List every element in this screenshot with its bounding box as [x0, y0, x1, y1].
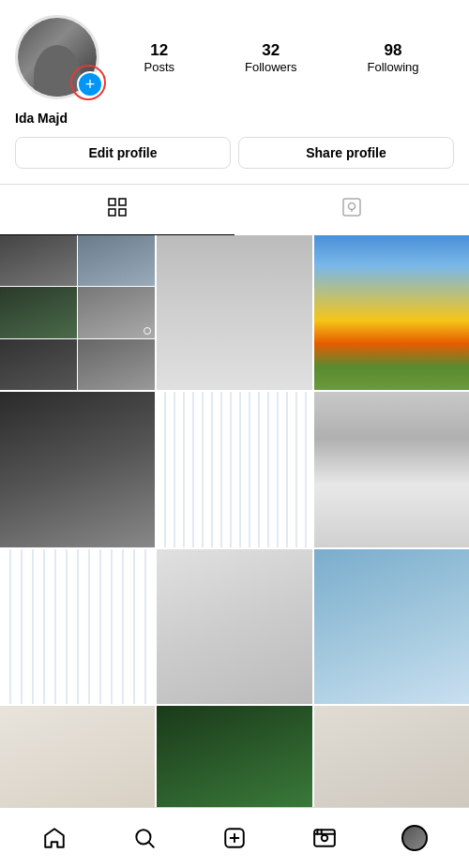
posts-count: 12 — [150, 41, 168, 60]
grid-cell-5[interactable] — [157, 392, 311, 546]
followers-count: 32 — [262, 41, 280, 60]
create-icon — [222, 826, 247, 850]
nav-search[interactable] — [124, 817, 165, 859]
svg-point-5 — [349, 203, 356, 210]
add-story-button[interactable]: + — [77, 71, 103, 97]
profile-header: + 12 Posts 32 Followers 98 Following — [0, 0, 469, 107]
nav-home[interactable] — [34, 817, 75, 859]
avatar-wrap: + — [15, 15, 99, 99]
grid-sub-1 — [0, 235, 77, 286]
grid-sub-2 — [78, 235, 155, 286]
grid-sub-4 — [78, 287, 155, 337]
stat-followers[interactable]: 32 Followers — [245, 41, 297, 74]
tab-grid[interactable] — [0, 185, 234, 235]
photo-grid — [0, 235, 469, 809]
grid-cell-3[interactable] — [314, 235, 469, 390]
nav-create[interactable] — [214, 817, 255, 859]
nav-reels[interactable] — [304, 817, 345, 859]
profile-stats: 12 Posts 32 Followers 98 Following — [99, 41, 454, 74]
grid-cell-2[interactable] — [157, 235, 311, 390]
followers-label: Followers — [245, 60, 297, 74]
bottom-nav — [0, 807, 469, 868]
grid-sub-3 — [0, 287, 77, 337]
home-icon — [42, 826, 67, 850]
edit-profile-button[interactable]: Edit profile — [15, 137, 231, 169]
grid-sub-6 — [78, 339, 155, 390]
following-label: Following — [368, 60, 419, 74]
svg-rect-2 — [109, 209, 115, 216]
following-count: 98 — [385, 41, 402, 60]
grid-cell-7[interactable] — [0, 549, 155, 704]
svg-rect-1 — [119, 199, 126, 205]
grid-cell-11[interactable] — [157, 706, 311, 809]
grid-cell-4[interactable] — [0, 392, 155, 546]
nav-profile-avatar — [401, 825, 428, 851]
grid-cell-12[interactable] — [314, 706, 469, 809]
stat-posts[interactable]: 12 Posts — [144, 41, 174, 74]
grid-cell-6[interactable] — [314, 392, 469, 546]
grid-cell-9[interactable] — [314, 549, 469, 704]
grid-cell-10[interactable] — [0, 706, 155, 809]
search-icon — [132, 826, 157, 850]
svg-rect-4 — [343, 199, 360, 216]
tab-tagged[interactable] — [234, 185, 469, 235]
grid-icon — [106, 196, 129, 224]
stat-following[interactable]: 98 Following — [368, 41, 419, 74]
username: Ida Majd — [0, 107, 469, 137]
tagged-icon — [340, 196, 363, 224]
share-profile-button[interactable]: Share profile — [238, 137, 454, 169]
reels-icon — [312, 826, 337, 850]
grid-cell-1[interactable] — [0, 235, 155, 390]
profile-actions: Edit profile Share profile — [0, 137, 469, 184]
plus-icon: + — [85, 76, 96, 93]
grid-sub-5 — [0, 339, 77, 390]
svg-line-7 — [149, 843, 154, 847]
svg-rect-0 — [109, 199, 115, 205]
posts-label: Posts — [144, 60, 174, 74]
svg-rect-3 — [119, 209, 126, 216]
content-tabs — [0, 184, 469, 235]
svg-point-12 — [322, 835, 328, 842]
grid-cell-8[interactable] — [157, 549, 311, 704]
nav-profile[interactable] — [394, 817, 435, 859]
